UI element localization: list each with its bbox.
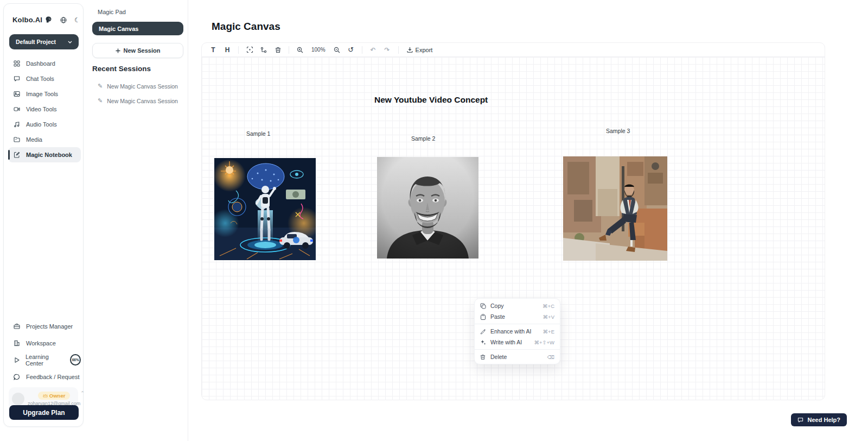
text-tool-button[interactable]: T <box>207 45 219 55</box>
sidebar-item-label: Dashboard <box>26 60 55 67</box>
learning-progress-badge: 66% <box>70 354 81 366</box>
main-area: Magic Canvas T H 100% <box>188 0 868 441</box>
brain-logo-icon <box>44 16 53 24</box>
toolbar-divider <box>238 46 239 54</box>
feedback-chat-icon <box>14 374 21 380</box>
project-selector[interactable]: Default Project <box>9 34 79 49</box>
app-window: Kolbo.AI ☾ Default Project Dashboard Cha… <box>0 0 868 441</box>
user-meta: Owner zoharvan12@gmail.com <box>28 392 80 406</box>
sidebar-item-workspace[interactable]: Workspace <box>8 335 81 351</box>
sidebar-item-dashboard[interactable]: Dashboard <box>8 56 81 71</box>
toolbar-divider <box>289 46 289 54</box>
sidebar-item-audio-tools[interactable]: Audio Tools <box>8 117 81 132</box>
chat-icon <box>14 75 21 82</box>
sample-2-image[interactable] <box>377 157 478 259</box>
sidebar-item-chat-tools[interactable]: Chat Tools <box>8 71 81 86</box>
shortcut-label: ⌘+E <box>543 329 554 335</box>
context-menu-paste[interactable]: Paste ⌘+V <box>475 311 560 322</box>
zoom-out-button[interactable] <box>331 45 343 55</box>
menu-divider <box>475 324 560 324</box>
sidebar: Kolbo.AI ☾ Default Project Dashboard Cha… <box>3 3 84 427</box>
session-list-item[interactable]: ✎ New Magic Canvas Session <box>98 83 178 90</box>
heading-tool-button[interactable]: H <box>221 45 233 55</box>
sidebar-item-label: Image Tools <box>26 91 58 97</box>
shortcut-label: ⌘+⇧+W <box>534 339 554 345</box>
chevron-down-icon <box>68 41 72 43</box>
undo-button[interactable]: ↶ <box>367 45 379 55</box>
sample-2-label[interactable]: Sample 2 <box>411 135 435 142</box>
recent-sessions-heading: Recent Sessions <box>92 65 151 73</box>
pencil-icon: ✎ <box>98 83 103 90</box>
plus-icon <box>116 48 120 53</box>
export-button[interactable]: Export <box>404 47 436 53</box>
language-globe-icon[interactable] <box>60 17 67 23</box>
sidebar-item-label: Magic Notebook <box>26 152 72 158</box>
building-icon <box>14 340 21 346</box>
sidebar-item-feedback[interactable]: Feedback / Request <box>8 368 81 385</box>
new-session-button[interactable]: New Session <box>92 43 183 58</box>
sample-3-label[interactable]: Sample 3 <box>606 128 630 134</box>
canvas-toolbar: T H 100% ↺ <box>202 43 825 57</box>
session-list-item[interactable]: ✎ New Magic Canvas Session <box>98 97 178 104</box>
magic-canvas[interactable]: T H 100% ↺ <box>201 42 825 400</box>
context-menu-enhance-with-ai[interactable]: Enhance with AI ⌘+E <box>475 326 560 337</box>
owner-role-badge: Owner <box>38 392 71 400</box>
copy-icon <box>480 303 486 309</box>
sidebar-item-label: Learning Center <box>25 354 65 367</box>
play-icon <box>14 357 20 363</box>
context-menu-delete[interactable]: Delete ⌫ <box>475 351 560 362</box>
sample-3-image[interactable] <box>563 156 667 261</box>
dashboard-icon <box>14 60 21 67</box>
shortcut-label: ⌫ <box>547 354 554 360</box>
sidebar-item-label: Video Tools <box>26 106 56 112</box>
shortcut-label: ⌘+C <box>542 303 554 309</box>
sidebar-item-image-tools[interactable]: Image Tools <box>8 86 81 102</box>
sidebar-item-label: Media <box>26 136 42 143</box>
logo-row: Kolbo.AI ☾ <box>12 16 78 24</box>
sample-1-image[interactable] <box>214 158 316 260</box>
crown-icon <box>43 394 48 398</box>
sample-1-label[interactable]: Sample 1 <box>246 130 270 137</box>
ai-select-tool-button[interactable] <box>244 45 256 55</box>
project-selector-label: Default Project <box>16 39 56 45</box>
write-ai-sparkle-icon <box>480 339 486 345</box>
connector-tool-button[interactable] <box>258 45 270 55</box>
sidebar-item-learning-center[interactable]: Learning Center 66% <box>8 351 81 368</box>
sidebar-item-video-tools[interactable]: Video Tools <box>8 102 81 117</box>
context-menu-write-with-ai[interactable]: Write with AI ⌘+⇧+W <box>475 337 560 348</box>
toolbar-divider <box>398 46 399 54</box>
audio-icon <box>14 121 21 128</box>
redo-button[interactable]: ↷ <box>381 45 393 55</box>
help-chat-icon <box>797 417 803 423</box>
sidebar-item-projects-manager[interactable]: Projects Manager <box>8 318 81 335</box>
sessions-panel: Magic Pad Magic Canvas New Session Recen… <box>84 0 188 441</box>
sidebar-nav: Dashboard Chat Tools Image Tools Video T… <box>8 56 81 162</box>
dark-mode-moon-icon[interactable]: ☾ <box>74 16 80 24</box>
sidebar-bottom-nav: Projects Manager Workspace Learning Cent… <box>8 318 81 385</box>
zoom-level-indicator: 100% <box>308 47 329 53</box>
magic-canvas-item-active[interactable]: Magic Canvas <box>92 22 183 35</box>
notebook-icon <box>14 152 21 158</box>
reset-view-button[interactable]: ↺ <box>345 45 357 55</box>
sidebar-item-magic-notebook[interactable]: Magic Notebook <box>8 147 81 162</box>
avatar <box>12 393 24 405</box>
media-folder-icon <box>14 136 21 143</box>
sidebar-item-label: Chat Tools <box>26 75 54 82</box>
magic-pad-item[interactable]: Magic Pad <box>98 9 126 15</box>
paste-icon <box>480 314 486 320</box>
upgrade-plan-button[interactable]: Upgrade Plan <box>9 405 79 420</box>
toolbar-divider <box>362 46 362 54</box>
trash-icon <box>480 354 486 360</box>
download-icon <box>407 47 413 53</box>
need-help-button[interactable]: Need Help? <box>791 413 847 426</box>
context-menu: Copy ⌘+C Paste ⌘+V Enhance with AI ⌘+E W… <box>474 298 560 364</box>
sidebar-item-media[interactable]: Media <box>8 132 81 147</box>
image-icon <box>14 91 21 97</box>
menu-divider <box>475 349 560 350</box>
context-menu-copy[interactable]: Copy ⌘+C <box>475 300 560 311</box>
sidebar-item-label: Projects Manager <box>26 323 73 330</box>
zoom-in-button[interactable] <box>294 45 306 55</box>
canvas-text-heading[interactable]: New Youtube Video Concept <box>374 95 488 105</box>
sidebar-item-label: Workspace <box>26 340 56 346</box>
delete-tool-button[interactable] <box>272 45 284 55</box>
